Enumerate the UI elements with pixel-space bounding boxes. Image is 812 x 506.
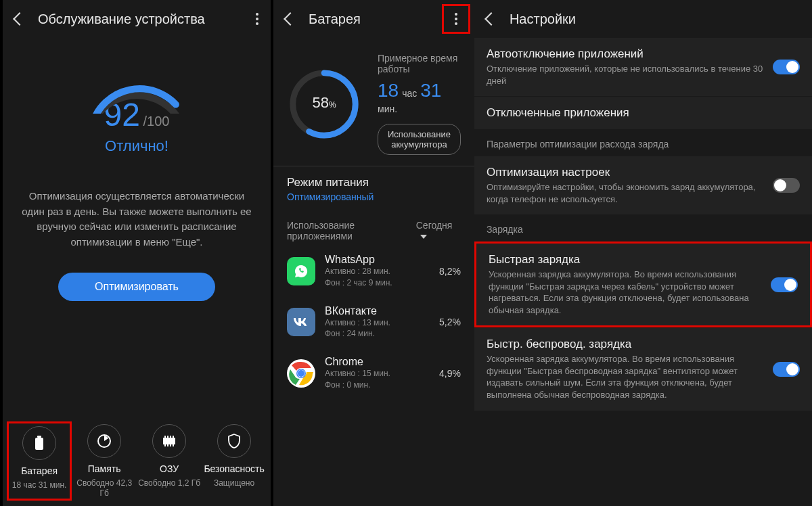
estimate-label: Примерное время работы [378, 53, 461, 74]
svg-point-18 [298, 370, 304, 377]
tile-sub: Свободно 1,2 Гб [138, 478, 200, 489]
page-title: Настройки [510, 12, 576, 27]
tile-security[interactable]: Безопасность Защищено [202, 421, 267, 501]
tile-label: Батарея [10, 465, 68, 476]
whatsapp-icon [287, 257, 315, 285]
app-active: Активно : 13 мин. [325, 317, 430, 329]
svg-rect-11 [173, 444, 174, 446]
score-max: /100 [143, 114, 169, 129]
app-row[interactable]: ВКонтакте Активно : 13 мин. Фон : 24 мин… [273, 297, 474, 348]
tile-battery[interactable]: Батарея 18 час 31 мин. [7, 421, 72, 501]
toggle-switch[interactable] [773, 362, 800, 377]
power-mode-row[interactable]: Режим питания Оптимизированный [273, 166, 474, 212]
svg-rect-8 [164, 444, 166, 446]
svg-rect-5 [167, 436, 168, 438]
tile-sub: 18 час 31 мин. [10, 480, 68, 491]
chevron-down-icon [420, 235, 427, 239]
setting-fast-wireless-charging[interactable]: Быстр. беспровод. зарядка Ускоренная зар… [474, 328, 812, 410]
setting-title: Оптимизация настроек [487, 166, 765, 179]
setting-title: Быстрая зарядка [489, 253, 763, 267]
setting-subtitle: Ускоренная зарядка аккумулятора. Во врем… [487, 353, 765, 400]
power-mode-title: Режим питания [287, 176, 461, 189]
toggle-switch[interactable] [771, 277, 798, 292]
tile-label: Память [73, 463, 135, 474]
vk-icon [287, 308, 315, 336]
score-gauge: 92 /100 Отлично! [3, 53, 271, 155]
estimate-value: 18 час 31 мин. [378, 80, 461, 116]
svg-rect-7 [173, 436, 174, 438]
svg-rect-4 [164, 436, 166, 438]
more-icon[interactable] [256, 13, 258, 25]
app-pct: 8,2% [439, 266, 461, 277]
tile-label: Безопасность [203, 463, 265, 474]
score-label: Отлично! [3, 137, 271, 155]
section-header: Параметры оптимизации расхода заряда [474, 129, 812, 156]
optimize-button[interactable]: Оптимизировать [58, 273, 215, 301]
app-active: Активно : 15 мин. [325, 368, 430, 380]
battery-usage-button[interactable]: Использование аккумулятора [378, 124, 461, 155]
tile-ram[interactable]: ОЗУ Свободно 1,2 Гб [137, 421, 202, 501]
app-name: Chrome [325, 356, 430, 368]
setting-subtitle: Отключение приложений, которые не исполь… [487, 63, 765, 87]
ram-icon [152, 424, 186, 458]
back-icon[interactable] [484, 12, 498, 26]
svg-rect-1 [37, 436, 41, 438]
app-bg: Фон : 0 мин. [325, 380, 430, 391]
usage-heading: Использование приложениями [287, 220, 416, 242]
tile-sub: Свободно 42,3 Гб [73, 478, 135, 499]
more-menu-highlighted[interactable] [442, 4, 470, 34]
app-bg: Фон : 24 мин. [325, 328, 430, 340]
setting-disabled-apps[interactable]: Отключенные приложения [474, 97, 812, 129]
app-row[interactable]: Chrome Активно : 15 мин. Фон : 0 мин. 4,… [273, 348, 474, 399]
chrome-icon [287, 359, 315, 388]
setting-subtitle: Оптимизируйте настройки, чтобы экономить… [487, 181, 765, 205]
shield-icon [217, 424, 251, 458]
svg-rect-10 [170, 444, 171, 446]
svg-rect-9 [167, 444, 168, 446]
setting-subtitle: Ускоренная зарядка аккумулятора. Во врем… [489, 269, 763, 316]
app-name: ВКонтакте [325, 305, 430, 317]
app-pct: 4,9% [439, 368, 461, 379]
app-bg: Фон : 2 час 9 мин. [325, 277, 430, 289]
app-row[interactable]: WhatsApp Активно : 28 мин. Фон : 2 час 9… [273, 246, 474, 297]
tile-storage[interactable]: Память Свободно 42,3 Гб [72, 421, 137, 501]
back-icon[interactable] [284, 12, 297, 26]
page-title: Обслуживание устройства [38, 12, 205, 27]
setting-title: Быстр. беспровод. зарядка [487, 338, 765, 351]
setting-title: Автоотключение приложений [487, 47, 765, 61]
app-pct: 5,2% [439, 317, 461, 327]
storage-icon [87, 424, 121, 458]
page-title: Батарея [309, 12, 361, 27]
toggle-switch[interactable] [773, 178, 800, 193]
section-header: Зарядка [474, 214, 812, 242]
toggle-switch[interactable] [773, 60, 800, 74]
battery-gauge: 58% [287, 67, 361, 141]
setting-auto-disable-apps[interactable]: Автоотключение приложений Отключение при… [474, 38, 812, 96]
more-icon [455, 13, 457, 25]
app-active: Активно : 28 мин. [325, 266, 430, 277]
setting-title: Отключенные приложения [487, 106, 800, 120]
tile-sub: Защищено [203, 478, 265, 489]
svg-rect-0 [35, 438, 43, 450]
setting-fast-charging[interactable]: Быстрая зарядка Ускоренная зарядка аккум… [474, 242, 812, 327]
optimization-description: Оптимизация осуществляется автоматически… [3, 155, 271, 250]
setting-optimize-settings[interactable]: Оптимизация настроек Оптимизируйте настр… [474, 156, 812, 214]
svg-rect-6 [170, 436, 171, 438]
battery-icon [22, 426, 56, 460]
app-name: WhatsApp [325, 254, 430, 266]
power-mode-value: Оптимизированный [287, 191, 461, 202]
usage-period-dropdown[interactable]: Сегодня [416, 220, 461, 242]
svg-rect-3 [163, 438, 175, 444]
tile-label: ОЗУ [138, 463, 200, 474]
back-icon[interactable] [13, 12, 26, 26]
